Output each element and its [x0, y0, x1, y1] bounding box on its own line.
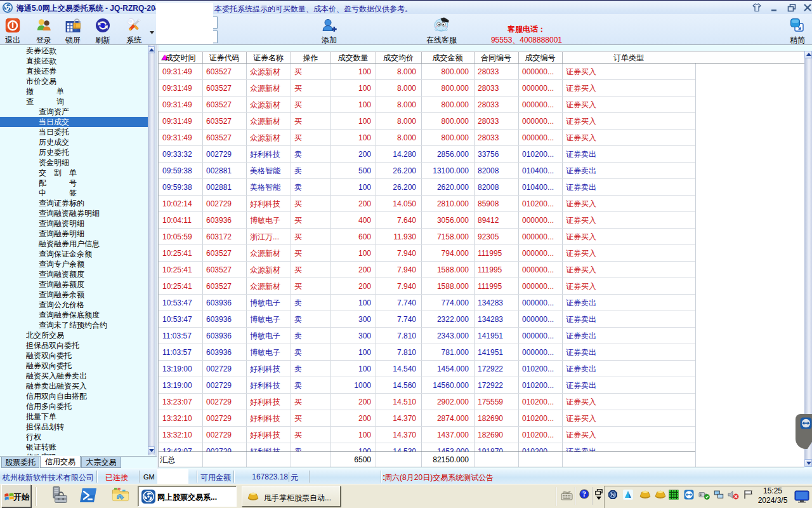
sidebar-item[interactable]: 担保品双向委托 — [0, 340, 148, 351]
gold-ingot-icon[interactable] — [638, 490, 648, 500]
toolbar-button-3[interactable]: 锁屏 — [58, 18, 88, 44]
sidebar-item[interactable]: 查询证券标的 — [0, 198, 148, 208]
desktop-monitor-icon[interactable] — [794, 490, 811, 503]
sidebar-item[interactable]: 查询融资额度 — [0, 269, 148, 279]
sidebar-item[interactable]: 查询融资明细 — [0, 218, 148, 229]
matrix-icon[interactable] — [669, 490, 679, 500]
sidebar-item[interactable]: 北交所交易 — [0, 330, 148, 340]
sidebar-item[interactable]: 信用多向委托 — [0, 401, 148, 411]
add-button[interactable]: 添加 — [315, 18, 344, 44]
toolbar-button-4[interactable]: 刷新 — [88, 18, 117, 44]
scroll-up-icon[interactable] — [804, 51, 812, 58]
sidebar-item[interactable]: 历史成交 — [0, 137, 148, 147]
column-header[interactable]: 成交时间 — [159, 53, 202, 63]
table-row[interactable]: 09:59:38002881美格智能卖50026.20013100.000820… — [159, 163, 695, 179]
column-header[interactable]: 证券代码 — [202, 53, 246, 63]
sidebar-item[interactable]: 融券卖出融资买入 — [0, 381, 148, 391]
table-row[interactable]: 09:31:49603527众源新材买1008.000800.000280330… — [159, 130, 695, 146]
sidebar-item[interactable]: 查询融资融券明细 — [0, 208, 148, 218]
scroll-down-icon[interactable] — [804, 459, 812, 467]
sidebar-item[interactable]: 直接还券 — [0, 66, 148, 76]
sidebar-item[interactable]: 交 割 单 — [0, 168, 148, 178]
restore-icon[interactable] — [787, 3, 797, 13]
table-row[interactable]: 09:31:49603527众源新材买1008.000800.000280330… — [159, 80, 695, 97]
sidebar-item[interactable]: 担保品划转 — [0, 422, 148, 432]
toolbar-button-2[interactable]: 登录 — [29, 18, 58, 44]
toolbox-icon[interactable] — [49, 486, 69, 505]
sidebar-item[interactable]: 撤 单 — [0, 86, 148, 97]
table-row[interactable]: 10:25:41603527众源新材买2007.9401588.00011199… — [159, 262, 695, 278]
flag-icon[interactable] — [743, 490, 753, 500]
sidebar-item[interactable]: 当日委托 — [0, 127, 148, 137]
table-row[interactable]: 09:33:32002729好利科技卖20014.2802856.0003375… — [159, 146, 695, 163]
toolbar-overflow-icon[interactable] — [150, 27, 154, 30]
table-row[interactable]: 10:53:47603936博敏电子卖1007.740774.000134283… — [159, 295, 695, 311]
sidebar-item[interactable]: 修改密码 — [0, 452, 148, 455]
badge-icon[interactable] — [608, 490, 618, 500]
taskbar-clock[interactable]: 15:25 2024/3/5 — [754, 486, 791, 505]
table-scrollbar[interactable] — [804, 51, 812, 467]
sidebar-item[interactable]: 市价交易 — [0, 76, 148, 86]
column-header[interactable]: 成交数量 — [331, 53, 376, 63]
sidebar-item[interactable]: 查询融券余额 — [0, 290, 148, 300]
task-button-trading[interactable]: 网上股票交易系... — [138, 486, 237, 507]
sidebar-item[interactable]: 卖券还款 — [0, 46, 148, 56]
sidebar-item[interactable]: 配 号 — [0, 178, 148, 188]
help-icon[interactable]: ? — [579, 489, 589, 499]
table-row[interactable]: 09:31:49603527众源新材买1008.000800.000280330… — [159, 64, 695, 80]
sidebar-item[interactable]: 融资融券用户信息 — [0, 239, 148, 249]
minimize-icon[interactable] — [769, 3, 780, 13]
sidebar-item[interactable]: 历史委托 — [0, 147, 148, 157]
mute-icon[interactable] — [728, 490, 738, 500]
sidebar-item[interactable]: 查询融券额度 — [0, 279, 148, 290]
sidebar-item[interactable]: 查询资产 — [0, 107, 148, 117]
sidebar-item[interactable]: 融资买入融券卖出 — [0, 371, 148, 381]
sidebar-scrollbar[interactable] — [148, 45, 155, 455]
column-header[interactable]: 合同编号 — [474, 53, 518, 63]
table-row[interactable]: 09:31:49603527众源新材买1008.000800.000280330… — [159, 97, 695, 113]
usb-icon[interactable] — [698, 490, 709, 500]
sidebar-item[interactable]: 查询公允价格 — [0, 300, 148, 310]
table-row[interactable]: 10:25:41603527众源新材买2007.9401588.00011199… — [159, 278, 695, 295]
sidebar-item[interactable]: 查询融券保底额度 — [0, 310, 148, 320]
sidebar-item[interactable]: 查询未了结预约合约 — [0, 320, 148, 330]
sidebar-item[interactable]: 查询融券明细 — [0, 229, 148, 239]
remote-support-tab[interactable] — [796, 414, 812, 449]
task-button-assistant[interactable]: 甩手掌柜股票自动... — [242, 486, 341, 507]
sidebar-item[interactable]: 融券双向委托 — [0, 361, 148, 371]
powershell-icon[interactable] — [79, 486, 98, 505]
sidebar-item[interactable]: 中 签 — [0, 188, 148, 198]
table-row[interactable]: 10:25:41603527众源新材买1007.940794.000111995… — [159, 245, 695, 262]
close-icon[interactable] — [802, 3, 812, 13]
signal-icon[interactable] — [623, 490, 633, 500]
restore-small-icon[interactable] — [595, 488, 603, 495]
table-row[interactable]: 09:31:49603527众源新材买1008.000800.000280330… — [159, 113, 695, 130]
sidebar-item[interactable]: 查询专户余额 — [0, 259, 148, 269]
sidebar-item[interactable]: 当日成交 — [0, 117, 148, 127]
table-row[interactable]: 11:03:57603936博敏电子卖1007.810781.000141951… — [159, 344, 695, 361]
toolbar-button-1[interactable]: 退出 — [0, 18, 27, 44]
sidebar-item[interactable]: 银证转账 — [0, 442, 148, 452]
sidebar-item[interactable]: 查 询 — [0, 97, 148, 107]
column-header[interactable]: 操作 — [291, 53, 331, 63]
table-row[interactable]: 13:32:10002729好利科技买20014.3702874.0001826… — [159, 410, 695, 427]
scroll-down-icon[interactable] — [148, 446, 155, 453]
sidebar-item[interactable]: 直接还款 — [0, 56, 148, 66]
column-header[interactable]: 成交金额 — [421, 53, 474, 63]
table-row[interactable]: 09:59:38002881美格智能卖10026.2002620.0008200… — [159, 179, 695, 196]
table-row[interactable]: 10:05:59603172浙江万...买60011.9307158.00092… — [159, 229, 695, 245]
sidebar-item[interactable]: 融资双向委托 — [0, 351, 148, 361]
scroll-up-icon[interactable] — [148, 46, 155, 53]
online-service-button[interactable]: 在线客服 — [424, 18, 459, 44]
table-row[interactable]: 11:03:57603936博敏电子卖3007.8102343.00014195… — [159, 328, 695, 344]
folder-icon[interactable] — [111, 486, 130, 505]
sidebar-item[interactable]: 查询保证金余额 — [0, 249, 148, 259]
table-row[interactable]: 10:04:11603936博敏电子买4007.6403056.00089412… — [159, 212, 695, 229]
tab-3[interactable]: 大宗交易 — [81, 457, 121, 468]
caret-down-icon[interactable] — [596, 497, 601, 500]
sidebar-item[interactable]: 行权 — [0, 432, 148, 442]
tab-2[interactable]: 信用交易 — [40, 456, 81, 468]
compact-button[interactable]: 精简 — [783, 18, 812, 44]
column-header[interactable]: 成交均价 — [376, 53, 421, 63]
table-row[interactable]: 13:19:00002729好利科技卖10014.5401454.0001729… — [159, 361, 695, 377]
